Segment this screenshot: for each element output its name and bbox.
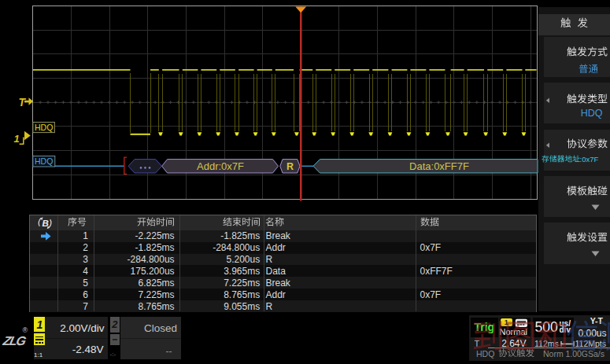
- svg-text:Data:0xFF7F: Data:0xFF7F: [409, 160, 469, 172]
- svg-text:R: R: [287, 161, 294, 172]
- svg-text:HDQ: HDQ: [35, 123, 53, 132]
- svg-text:1: 1: [14, 133, 20, 145]
- svg-text:HDQ: HDQ: [35, 156, 53, 166]
- svg-text:Addr:0x7F: Addr:0x7F: [197, 160, 244, 172]
- svg-text:B: B: [43, 219, 49, 228]
